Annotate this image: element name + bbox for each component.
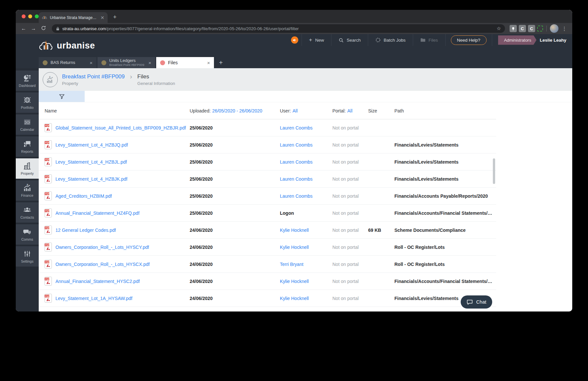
- tab-close-icon[interactable]: ✕: [100, 15, 104, 20]
- user-filter-link[interactable]: All: [292, 108, 298, 113]
- tab-close-icon[interactable]: ×: [148, 60, 151, 66]
- tab-close-icon[interactable]: ×: [90, 60, 93, 66]
- pdf-icon: PDF: [45, 226, 52, 234]
- file-date: 24/06/2020: [190, 279, 280, 284]
- tab-close-icon[interactable]: ×: [207, 60, 210, 66]
- file-user-link[interactable]: Kylie Hocknell: [280, 279, 332, 284]
- sidebar-item-settings[interactable]: Settings: [16, 246, 39, 267]
- url-bar[interactable]: strata-au.urbanise.com/properties/8077/g…: [52, 24, 505, 33]
- urbanise-favicon-icon: [42, 15, 47, 20]
- sidebar-item-portfolio[interactable]: Portfolio: [16, 92, 39, 113]
- pdf-icon: PDF: [45, 277, 52, 286]
- file-user-link[interactable]: Lauren Coombs: [280, 176, 332, 182]
- file-path: Scheme Documents/Compliance: [394, 228, 496, 233]
- file-name-link[interactable]: Global_Statement_Issue_All_Printed_Lots_…: [55, 125, 186, 130]
- table-scrollbar[interactable]: [493, 158, 495, 184]
- extension-c-icon[interactable]: C: [519, 25, 526, 32]
- property-link[interactable]: Breakfast Point #BFP009: [62, 73, 125, 80]
- file-user-link[interactable]: Kylie Hocknell: [280, 245, 332, 250]
- new-tab-button[interactable]: +: [110, 12, 119, 22]
- main-content: $ Breakfast Point #BFP009 Property › Fil…: [39, 68, 572, 311]
- table-row: PDF 12 General Ledger Codes.pdf 24/06/20…: [39, 222, 496, 239]
- file-path: Financials/Levies/Statements: [394, 159, 496, 165]
- file-user-link[interactable]: Lauren Coombs: [280, 125, 332, 130]
- file-name-link[interactable]: Levy_Statement_Lot_4_HZBJL.pdf: [55, 159, 127, 165]
- workspace-tab-bas-returns[interactable]: BAS Returns ×: [39, 57, 96, 68]
- uploaded-range-link[interactable]: 26/05/2020 - 26/06/2020: [212, 108, 262, 113]
- file-user-link[interactable]: Lauren Coombs: [280, 142, 332, 148]
- workspace-tab-files[interactable]: Files ×: [156, 57, 214, 68]
- back-icon[interactable]: ←: [20, 26, 28, 31]
- pdf-icon: PDF: [45, 157, 52, 166]
- svg-text:PDF: PDF: [45, 125, 50, 127]
- sidebar-item-dashboard[interactable]: Dashboard: [16, 70, 39, 91]
- extension-c2-icon[interactable]: C: [528, 25, 535, 32]
- sidebar-item-label: Portfolio: [21, 106, 34, 110]
- tab-label: Units Ledgers: [109, 58, 144, 63]
- file-user-link[interactable]: Terri Bryant: [280, 262, 332, 267]
- file-portal-status: Not on portal: [332, 228, 368, 233]
- file-name-link[interactable]: Owners_Corporation_Roll_-_Lots_HYSCX.pdf: [55, 262, 150, 267]
- table-header-row: Name Uploaded: 26/05/2020 - 26/06/2020 U…: [39, 102, 496, 119]
- finance-icon: $: [23, 184, 32, 192]
- screen-capture-icon[interactable]: [537, 26, 543, 31]
- file-name-link[interactable]: Levy_Statement_Lot_4_HZBJK.pdf: [55, 176, 127, 182]
- file-name-link[interactable]: Owners_Corporation_Roll_-_Lots_HYSCY.pdf: [55, 245, 149, 250]
- file-name-link[interactable]: Annual_Financial_Statement_HZ4FQ.pdf: [55, 211, 139, 216]
- section-subtitle: General Information: [137, 81, 175, 86]
- file-user-link[interactable]: Kylie Hocknell: [280, 296, 332, 301]
- nav-divider: [445, 34, 446, 46]
- announcements-icon[interactable]: [291, 36, 298, 44]
- window-controls: [22, 14, 39, 18]
- browser-profile-avatar[interactable]: [550, 24, 558, 33]
- filter-toggle[interactable]: [39, 91, 85, 102]
- file-portal-status: Not on portal: [332, 125, 368, 130]
- file-name-link[interactable]: Aged_Creditors_HZBIM.pdf: [55, 193, 112, 199]
- sidebar-item-reports[interactable]: Reports: [16, 136, 39, 157]
- chat-bubble-icon: [467, 299, 473, 305]
- property-icon: [23, 162, 32, 170]
- pdf-icon: PDF: [45, 243, 52, 251]
- file-path: Roll - OC Register/Lots: [394, 262, 496, 267]
- nav-batch-jobs-button[interactable]: Batch Jobs: [368, 34, 413, 46]
- urbanise-logo[interactable]: urbanise: [39, 40, 95, 51]
- filter-bar: [39, 91, 572, 102]
- minimize-window-button[interactable]: [28, 14, 32, 18]
- zoom-window-button[interactable]: [35, 14, 39, 18]
- batch-jobs-icon: [375, 37, 381, 43]
- svg-text:PDF: PDF: [45, 244, 50, 246]
- brand-name: urbanise: [57, 41, 95, 51]
- add-workspace-tab-button[interactable]: +: [215, 57, 227, 68]
- browser-menu-icon[interactable]: ⋮: [560, 26, 568, 32]
- table-row: PDF Aged_Creditors_HZBIM.pdf 25/06/2020 …: [39, 188, 496, 205]
- chat-button[interactable]: Chat: [461, 295, 492, 309]
- need-help-button[interactable]: Need Help?: [451, 35, 487, 45]
- file-user-link[interactable]: Kylie Hocknell: [280, 228, 332, 233]
- file-user-link[interactable]: Lauren Coombs: [280, 193, 332, 199]
- pdf-icon: PDF: [45, 209, 52, 217]
- user-menu[interactable]: Leslie Leahy: [540, 38, 566, 43]
- bookmark-star-icon[interactable]: ☆: [497, 26, 501, 31]
- portal-filter-link[interactable]: All: [347, 108, 352, 113]
- sidebar-item-calendar[interactable]: Calendar: [16, 114, 39, 135]
- file-name-link[interactable]: Levy_Statement_Lot_1A_HYSAW.pdf: [55, 296, 133, 301]
- sidebar-item-property[interactable]: Property: [16, 158, 39, 179]
- tab-status-dot: [160, 60, 165, 65]
- file-name-link[interactable]: Levy_Statement_Lot_4_HZBJQ.pdf: [55, 142, 128, 148]
- extension-lightbulb-icon[interactable]: [510, 25, 517, 32]
- file-user-link[interactable]: Lauren Coombs: [280, 159, 332, 165]
- reload-icon[interactable]: [39, 26, 47, 32]
- folder-icon: [420, 38, 426, 42]
- file-name-link[interactable]: Annual_Financial_Statement_HYSC2.pdf: [55, 279, 140, 284]
- nav-search-button[interactable]: Search: [331, 34, 368, 46]
- sidebar-item-comms[interactable]: Comms: [16, 224, 39, 245]
- workspace-tab-units-ledgers[interactable]: Units Ledgers Breakfast Point #BFP009 ×: [97, 57, 155, 68]
- close-window-button[interactable]: [22, 14, 26, 18]
- sidebar-item-contacts[interactable]: Contacts: [16, 202, 39, 223]
- forward-icon[interactable]: →: [30, 26, 37, 31]
- browser-tab[interactable]: Urbanise Strata Management ✕: [39, 12, 108, 23]
- sidebar-item-finance[interactable]: $ Finance: [16, 180, 39, 201]
- file-name-link[interactable]: 12 General Ledger Codes.pdf: [55, 228, 116, 233]
- reports-icon: [23, 140, 32, 148]
- nav-new-button[interactable]: + New: [302, 34, 331, 46]
